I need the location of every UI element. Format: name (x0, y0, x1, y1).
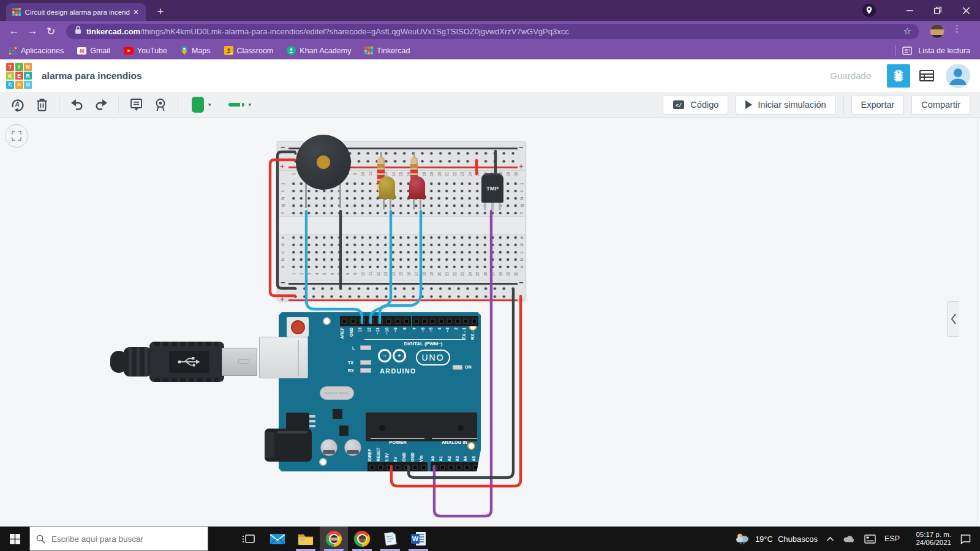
browser-titlebar: Circuit design alarma para incend ✕ + (0, 0, 980, 21)
chrome-icon (354, 531, 370, 547)
start-simulation-button[interactable]: Iniciar simulación (736, 95, 835, 114)
touch-keyboard-icon[interactable] (864, 534, 876, 544)
rail-minus-label: − (519, 280, 524, 286)
resistor-band-gold (410, 164, 418, 168)
language-indicator[interactable]: ESP (884, 534, 900, 543)
chrome-icon (326, 531, 342, 547)
piezo-buzzer[interactable] (296, 135, 351, 209)
component-list-button[interactable] (915, 64, 938, 88)
bookmark-youtube[interactable]: YouTube (124, 47, 167, 55)
windows-logo-icon (10, 534, 20, 544)
weather-widget[interactable]: 19°C Chubascos (734, 533, 818, 545)
bookmark-maps[interactable]: Maps (181, 46, 211, 55)
reading-list[interactable]: Lista de lectura (895, 45, 970, 56)
forward-icon[interactable]: → (23, 25, 42, 37)
onedrive-icon[interactable] (843, 534, 856, 543)
led-leg (383, 198, 385, 209)
bookmark-star-icon[interactable]: ☆ (903, 26, 911, 37)
youtube-icon (124, 47, 134, 54)
chevron-left-icon (951, 313, 957, 324)
resistor-band-gold (377, 164, 385, 168)
row-letters-left-bottom: edcba (279, 234, 286, 271)
browser-menu-icon[interactable]: ⋮ (952, 23, 962, 34)
divider (843, 96, 844, 114)
reset-button[interactable] (287, 317, 309, 337)
new-tab-button[interactable]: + (153, 4, 168, 19)
code-button[interactable]: </ Código (663, 95, 728, 114)
show-hidden-icons-button[interactable] (826, 536, 834, 542)
taskbar-word[interactable]: W (404, 527, 432, 551)
taskbar-file-explorer[interactable] (292, 527, 320, 551)
browser-avatar[interactable] (930, 24, 944, 39)
capacitor (344, 439, 361, 456)
power-header[interactable] (368, 462, 428, 472)
time: 05:17 p. m. (916, 531, 951, 539)
bookmark-tinkercad[interactable]: Tinkercad (364, 47, 410, 55)
digital-label: DIGITAL (PWM~) (389, 341, 458, 347)
led-l (360, 345, 371, 350)
rail-minus-label: − (281, 144, 285, 151)
analog-header[interactable] (431, 462, 480, 472)
delete-icon[interactable] (34, 97, 49, 112)
clock[interactable]: 05:17 p. m. 24/06/2021 (908, 531, 951, 547)
rail-plus-label: + (280, 163, 285, 170)
taskbar-chrome-active[interactable] (320, 527, 348, 551)
circuit-canvas[interactable]: − + − + 12345678910111213141516171819202… (0, 118, 980, 527)
digital-header-right[interactable] (412, 316, 478, 326)
rail-plus-label: + (519, 296, 524, 302)
usb-cable[interactable] (109, 340, 260, 384)
close-button[interactable] (952, 0, 980, 21)
bookmark-khan-academy[interactable]: Khan Academy (287, 46, 351, 55)
power-label: POWER (369, 440, 427, 445)
design-title[interactable]: alarma para incendios (42, 70, 142, 81)
minimize-button[interactable] (895, 0, 924, 21)
led-red[interactable] (409, 176, 425, 209)
tab-close-icon[interactable]: ✕ (131, 7, 141, 17)
profile-pin-icon[interactable] (862, 4, 876, 20)
analog-bracket-line (432, 438, 477, 439)
export-button[interactable]: Exportar (851, 95, 905, 114)
browser-tab[interactable]: Circuit design alarma para incend ✕ (6, 3, 146, 21)
bookmark-classroom[interactable]: Classroom (224, 46, 274, 55)
cable-strain-relief (124, 347, 152, 377)
rotate-icon[interactable]: A (10, 97, 24, 112)
tinkercad-logo[interactable]: TINKERCAD (6, 63, 32, 89)
bookmark-apps[interactable]: Aplicaciones (9, 47, 64, 55)
digital-header-left[interactable] (340, 316, 411, 326)
bookmark-gmail[interactable]: M Gmail (77, 47, 110, 55)
reload-icon[interactable]: ↻ (42, 25, 60, 38)
wire-swatch-green (228, 103, 244, 107)
taskbar-chrome-2[interactable] (348, 527, 376, 551)
wire-style-dropdown[interactable]: ▾ (225, 100, 255, 110)
notification-icon (960, 534, 971, 544)
apps-grid-icon (9, 47, 17, 55)
component-color-dropdown[interactable]: ▾ (188, 95, 215, 114)
start-button[interactable] (0, 527, 29, 551)
taskbar-search[interactable] (29, 527, 208, 551)
arduino-brand: ARDUINO (371, 367, 426, 375)
taskbar-mail[interactable] (263, 527, 292, 551)
analog-label: ANALOG IN (429, 440, 480, 445)
weather-condition: Chubascos (778, 534, 818, 544)
redo-icon[interactable] (94, 97, 108, 112)
divider (178, 96, 178, 113)
notification-center-button[interactable] (960, 534, 971, 544)
restore-button[interactable] (924, 0, 952, 21)
undo-icon[interactable] (69, 97, 84, 112)
annotation-icon[interactable] (129, 97, 143, 112)
component-labels-icon[interactable] (153, 97, 168, 112)
tmp36-temperature-sensor[interactable]: TMP (481, 173, 503, 211)
smd-component (333, 409, 342, 419)
back-icon[interactable]: ← (5, 25, 23, 37)
search-input[interactable] (51, 534, 192, 544)
play-icon (745, 100, 752, 109)
led-yellow[interactable] (379, 176, 395, 209)
url-bar[interactable]: tinkercad.com/things/hK4kmUD0Lmk-alarma-… (66, 24, 919, 39)
share-button[interactable]: Compartir (911, 95, 970, 114)
task-view-button[interactable] (235, 527, 263, 551)
user-avatar[interactable] (946, 64, 970, 88)
circuit-view-button[interactable] (887, 64, 910, 88)
taskbar-notepad[interactable] (376, 527, 404, 551)
zoom-to-fit-button[interactable] (5, 124, 28, 148)
components-panel-handle[interactable] (947, 301, 959, 337)
